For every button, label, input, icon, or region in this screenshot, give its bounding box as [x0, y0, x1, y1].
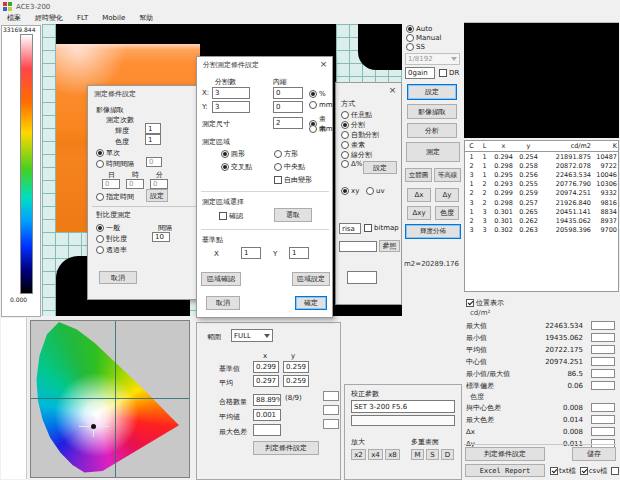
calib-value-field-2[interactable]	[351, 415, 455, 426]
lum-count-field[interactable]: 1	[145, 123, 161, 134]
analyze-button[interactable]: 分析	[407, 123, 457, 138]
lum-dist-button[interactable]: 輝度分佈	[405, 224, 461, 239]
method-option-4[interactable]: 畫素	[341, 140, 365, 150]
close-icon[interactable]: ×	[386, 84, 399, 96]
split-ok-button[interactable]: 確定	[295, 296, 327, 310]
browse-button[interactable]: 參照	[379, 240, 400, 252]
pick-button[interactable]: 選取	[274, 208, 312, 222]
capture-button[interactable]: 影像擷取	[407, 104, 457, 119]
table-row[interactable]: 130.3010.26520451.1418834	[465, 207, 618, 216]
judge-settings-button[interactable]: 判定條件設定	[465, 447, 545, 461]
fragment-field[interactable]: risa	[339, 223, 361, 234]
uv-radio[interactable]: uv	[366, 187, 385, 195]
table-row[interactable]: 120.2930.25520776.79010306	[465, 180, 618, 189]
delta-x-button[interactable]: Δx	[407, 188, 431, 202]
interval-radio[interactable]: 時間間隔	[96, 159, 134, 169]
chroma-count-field[interactable]: 1	[145, 134, 161, 145]
save-button[interactable]: 儲存	[572, 447, 616, 461]
mm2-radio[interactable]: mm	[309, 125, 333, 133]
ref-y-field[interactable]: 0.259	[283, 361, 309, 373]
min-field[interactable]: 0	[150, 179, 168, 189]
center-radio[interactable]: 中央點	[274, 162, 305, 172]
table-row[interactable]: 330.3020.26320598.3969700	[465, 226, 618, 235]
area-set-button[interactable]: 區域設定	[292, 272, 330, 286]
zoom-button-x8[interactable]: x8	[385, 449, 400, 460]
day-field[interactable]: 0	[102, 179, 120, 189]
delta-xy-button[interactable]: Δxy	[407, 206, 431, 220]
secondary-image-view[interactable]	[464, 22, 619, 138]
results-table[interactable]: CLxycd/m2K110.2940.25421891.87510487210.…	[464, 140, 619, 292]
y-div-field[interactable]: 3	[212, 101, 250, 113]
method-option-2[interactable]: 分割	[341, 120, 365, 130]
excel-report-button[interactable]: Excel Report	[465, 464, 545, 477]
graph3d-button[interactable]: 立體圖	[405, 168, 432, 182]
measure-button[interactable]: 測定	[406, 142, 460, 162]
calib-value-field[interactable]: SET 3-200 F5.6	[351, 400, 455, 413]
dr-checkbox[interactable]: DR	[439, 69, 459, 77]
square-radio[interactable]: 方形	[274, 149, 298, 159]
method-option-5[interactable]: 線分割	[341, 150, 372, 160]
menu-item[interactable]: 經時變化	[28, 13, 70, 24]
avg-y-field[interactable]: 0.259	[283, 375, 309, 387]
trans-radio[interactable]: 透過率	[96, 245, 127, 255]
table-row[interactable]: 220.2990.25920974.2519332	[465, 189, 618, 198]
base-y-field[interactable]: 1	[289, 247, 309, 259]
zoom-button-x4[interactable]: x4	[368, 449, 383, 460]
exposure-radio-ss[interactable]: SS	[406, 43, 462, 51]
multi-button-D[interactable]: D	[441, 449, 454, 460]
mm-radio[interactable]: mm	[309, 101, 333, 109]
contour-button[interactable]: 等高線	[434, 168, 461, 182]
multi-button-M[interactable]: M	[411, 449, 424, 460]
xy-radio[interactable]: xy	[341, 187, 359, 195]
general-radio[interactable]: 一般	[96, 223, 120, 233]
chromaticity-diagram[interactable]	[30, 320, 190, 478]
specified-time-radio[interactable]: 指定時間	[96, 192, 134, 202]
interval-field[interactable]: 0	[146, 157, 162, 167]
zoom-button-x2[interactable]: x2	[351, 449, 366, 460]
range-dropdown[interactable]: FULL	[231, 329, 273, 342]
exposure-radio-auto[interactable]: Auto	[406, 25, 462, 33]
base-x-field[interactable]: 1	[241, 247, 261, 259]
bitmap-checkbox[interactable]: bitmap	[364, 224, 399, 232]
delta-y-button[interactable]: Δy	[435, 188, 459, 202]
menu-item[interactable]: 幫助	[132, 13, 160, 24]
multi-button-S[interactable]: S	[426, 449, 439, 460]
point-marker[interactable]	[79, 417, 109, 437]
cross-radio[interactable]: 交叉點	[221, 162, 252, 172]
exposure-radio-manual[interactable]: Manual	[406, 34, 462, 42]
size-field[interactable]: 2	[273, 117, 303, 129]
confirm-checkbox[interactable]: 確認	[219, 211, 243, 221]
circle-radio[interactable]: 圓形	[221, 149, 245, 159]
menu-item[interactable]: FLT	[70, 13, 95, 24]
method-option-3[interactable]: 自動分割	[341, 130, 379, 140]
table-row[interactable]: 230.3010.26219435.0628937	[465, 216, 618, 225]
x-div-field[interactable]: 3	[212, 87, 250, 99]
split-measure-dialog[interactable]: 分割測定條件設定 × 分割數 內縮 X: 3 0 Y: 3 0 % mm 測定尺…	[196, 56, 333, 318]
shutter-dropdown[interactable]: 1/8192	[405, 53, 460, 65]
avg-x-field[interactable]: 0.297	[253, 375, 279, 387]
file-checkbox-txt檔[interactable]: txt檔	[550, 466, 576, 476]
table-row[interactable]: 310.2950.25622463.53410046	[465, 170, 618, 179]
hour-field[interactable]: 0	[126, 179, 144, 189]
method-set-button[interactable]: 設定	[363, 161, 397, 174]
area-confirm-button[interactable]: 區域確認	[201, 272, 241, 286]
gap-field[interactable]: 10	[152, 232, 170, 242]
gain-field[interactable]: 0gain	[405, 67, 435, 79]
table-row[interactable]: 210.2980.25820872.0789722	[465, 161, 618, 170]
x-inner-field[interactable]: 0	[273, 87, 303, 99]
close-icon[interactable]: ×	[317, 58, 330, 70]
method-option-1[interactable]: 任意點	[341, 110, 372, 120]
position-display-checkbox[interactable]: 位置表示	[466, 298, 504, 308]
table-row[interactable]: 110.2940.25421891.87510487	[465, 152, 618, 162]
file-checkbox-影像檔[interactable]: 影像檔	[611, 466, 620, 476]
cond-cancel-button[interactable]: 取消	[99, 271, 137, 284]
contrast-radio[interactable]: 對比度	[96, 234, 127, 244]
file-checkbox-csv檔[interactable]: csv檔	[580, 466, 608, 476]
menu-item[interactable]: 檔案	[0, 13, 28, 24]
measure-condition-dialog[interactable]: 測定條件設定 影像擷取 測定次數 輝度 1 色度 1 單次 時間間隔 0 日 時…	[87, 85, 199, 300]
judge-settings-button-2[interactable]: 判定條件設定	[253, 441, 319, 455]
set-button[interactable]: 設定	[407, 84, 457, 100]
time-set-button[interactable]: 設定	[146, 189, 168, 202]
free-shape-checkbox[interactable]: 自由變形	[274, 175, 312, 185]
y-inner-field[interactable]: 0	[273, 101, 303, 113]
